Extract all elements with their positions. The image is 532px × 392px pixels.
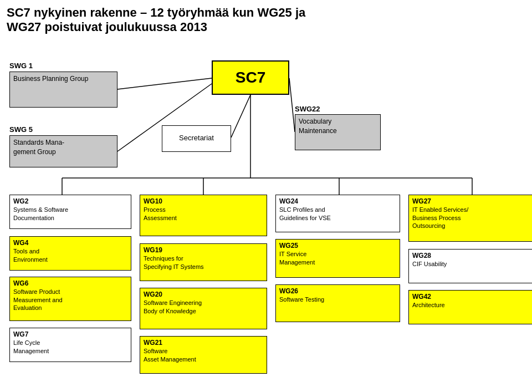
title-section: SC7 nykyinen rakenne – 12 työryhmää kun …: [7, 6, 525, 35]
page: SC7 nykyinen rakenne – 12 työryhmää kun …: [0, 0, 532, 392]
wg19-box: WG19 Techniques for Specifying IT System…: [140, 243, 267, 281]
wg21-box: WG21 Software Asset Management: [140, 336, 267, 374]
wg26-box: WG26 Software Testing: [275, 284, 400, 322]
swg22-box: Vocabulary Maintenance: [295, 114, 381, 150]
swg5-box-title: Standards Mana- gement Group: [13, 139, 64, 156]
wg10-box: WG10 Process Assessment: [140, 195, 267, 236]
wg7-box: WG7 Life Cycle Management: [9, 328, 131, 362]
title-line1: SC7 nykyinen rakenne – 12 työryhmää kun …: [7, 6, 305, 19]
main-title: SC7 nykyinen rakenne – 12 työryhmää kun …: [7, 6, 525, 35]
title-line2: WG27 poistuivat joulukuussa 2013: [7, 20, 207, 34]
wg6-box: WG6 Software Product Measurement and Eva…: [9, 277, 131, 321]
svg-line-3: [289, 78, 295, 132]
swg1-box-title: Business Planning Group: [13, 75, 88, 83]
sc7-label: SC7: [236, 68, 265, 88]
svg-line-2: [231, 95, 250, 138]
secretariat-box: Secretariat: [162, 125, 231, 152]
wg24-box: WG24 SLC Profiles and Guidelines for VSE: [275, 195, 400, 232]
swg22-label: SWG22: [295, 105, 320, 113]
wg4-box: WG4 Tools and Environment: [9, 236, 131, 271]
business-planning-box: Business Planning Group: [9, 72, 117, 108]
wg28-box: WG28 CIF Usability: [408, 249, 532, 283]
wg20-box: WG20 Software Engineering Body of Knowle…: [140, 288, 267, 329]
svg-line-0: [117, 78, 212, 89]
secretariat-label: Secretariat: [179, 134, 214, 143]
sc7-box: SC7: [212, 60, 289, 95]
wg2-box: WG2 Systems & Software Documentation: [9, 195, 131, 229]
wg27-box: WG27 IT Enabled Services/ Business Proce…: [408, 195, 532, 242]
wg25-box: WG25 IT Service Management: [275, 239, 400, 278]
org-chart: SWG 1 Business Planning Group SWG 5 Stan…: [7, 39, 532, 392]
standards-management-box: Standards Mana- gement Group: [9, 135, 117, 167]
swg5-label: SWG 5: [9, 125, 33, 134]
wg42-box: WG42 Architecture: [408, 290, 532, 324]
swg22-sublabel: Vocabulary Maintenance: [299, 118, 337, 135]
swg1-label: SWG 1: [9, 62, 33, 70]
